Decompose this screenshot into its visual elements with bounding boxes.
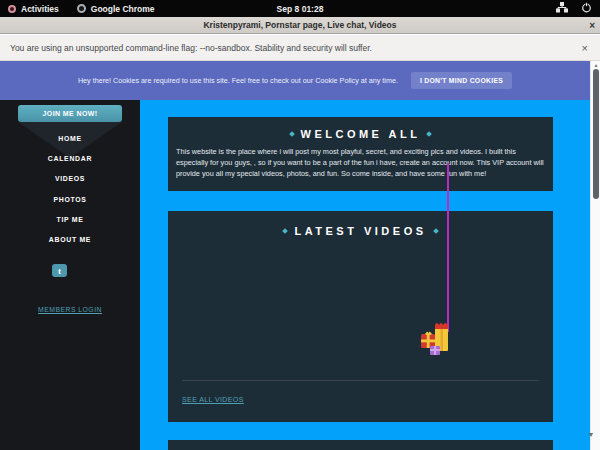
scrollbar-track[interactable]: ▲	[590, 61, 600, 450]
gnome-top-bar: Activities Google Chrome Sep 8 01:28	[0, 0, 600, 17]
window-close-icon[interactable]: ×	[589, 17, 595, 34]
scroll-up-icon[interactable]: ▲	[591, 62, 600, 68]
diamond-icon	[427, 131, 433, 137]
sidebar-item-about-me[interactable]: ABOUT ME	[0, 229, 140, 249]
sidebar-item-home[interactable]: HOME	[0, 128, 140, 148]
sidebar-item-tip-me[interactable]: TIP ME	[0, 209, 140, 229]
scrollbar-thumb[interactable]	[593, 69, 599, 199]
diamond-icon	[433, 228, 439, 234]
window-title: Kristenpyrami, Pornstar page, Live chat,…	[203, 20, 396, 30]
chrome-app-icon	[77, 4, 86, 13]
screen: Activities Google Chrome Sep 8 01:28 Kri…	[0, 0, 600, 450]
cookie-message-prefix: Hey there! Cookies are required to use t…	[78, 76, 315, 85]
sidebar-item-calendar[interactable]: CALENDAR	[0, 148, 140, 168]
scroll-down-icon[interactable]: ▼	[584, 431, 598, 438]
flag-infobar: You are using an unsupported command-lin…	[0, 35, 600, 61]
latest-videos-panel: LATEST VIDEOS SEE ALL VIDEOS	[168, 211, 553, 422]
diamond-icon	[283, 228, 289, 234]
infobar-close-icon[interactable]: ×	[582, 42, 588, 54]
welcome-panel: WELCOME ALL This website is the place wh…	[168, 117, 553, 191]
next-section-panel	[168, 440, 553, 450]
page-content: JOIN ME NOW! HOME CALENDAR VIDEOS PHOTOS…	[0, 100, 590, 450]
magenta-ribbon	[447, 163, 449, 332]
cookie-message: Hey there! Cookies are required to use t…	[78, 76, 398, 85]
see-all-videos-link[interactable]: SEE ALL VIDEOS	[182, 396, 244, 403]
sidebar-item-photos[interactable]: PHOTOS	[0, 189, 140, 209]
activities-label: Activities	[21, 4, 59, 14]
welcome-body-text: This website is the place where i will p…	[176, 147, 545, 180]
chrome-app-menu[interactable]: Google Chrome	[77, 4, 155, 14]
join-me-now-button[interactable]: JOIN ME NOW!	[18, 105, 122, 122]
cookie-accept-button[interactable]: I DON'T MIND COOKIES	[411, 72, 512, 89]
window-titlebar: Kristenpyrami, Pornstar page, Live chat,…	[0, 17, 600, 34]
activities-button[interactable]: Activities	[8, 4, 59, 14]
clock[interactable]: Sep 8 01:28	[277, 0, 324, 17]
latest-videos-title: LATEST VIDEOS	[294, 225, 426, 237]
members-login-link[interactable]: MEMBERS LOGIN	[0, 306, 140, 313]
sidebar: JOIN ME NOW! HOME CALENDAR VIDEOS PHOTOS…	[0, 100, 140, 450]
cookie-policy-link[interactable]: Cookie Policy	[315, 76, 359, 85]
diamond-icon	[289, 131, 295, 137]
cookie-message-suffix: at any time.	[359, 76, 398, 85]
network-icon[interactable]	[556, 2, 568, 15]
power-icon[interactable]	[581, 2, 592, 15]
sidebar-item-videos[interactable]: VIDEOS	[0, 169, 140, 189]
tumblr-icon[interactable]: t	[52, 264, 67, 277]
sidebar-menu: HOME CALENDAR VIDEOS PHOTOS TIP ME ABOUT…	[0, 128, 140, 250]
gifts-sticker[interactable]	[420, 316, 452, 366]
cookie-banner: Hey there! Cookies are required to use t…	[0, 61, 590, 100]
flag-infobar-message: You are using an unsupported command-lin…	[10, 43, 372, 53]
welcome-title: WELCOME ALL	[301, 128, 421, 140]
chrome-app-label: Google Chrome	[91, 4, 155, 14]
activities-indicator-icon	[8, 5, 16, 13]
divider	[182, 380, 539, 381]
